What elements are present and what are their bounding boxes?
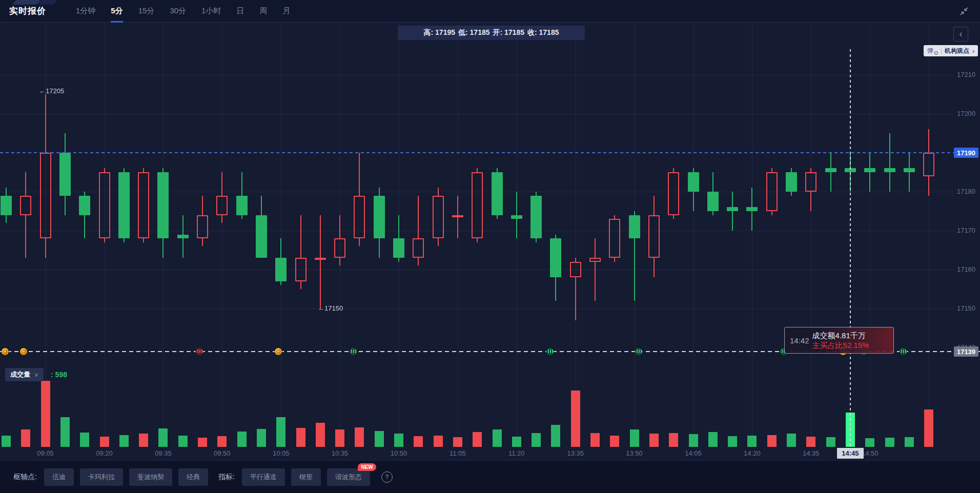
indicator-button-楔形[interactable]: 楔形	[291, 468, 321, 486]
candle-wick	[555, 277, 556, 301]
volume-bar	[649, 434, 659, 447]
candle-wick	[320, 259, 321, 309]
candle-wick	[477, 238, 478, 242]
volume-bar	[924, 409, 933, 447]
candle-wick	[25, 172, 26, 196]
volume-bar	[355, 427, 364, 447]
candle	[295, 258, 307, 281]
tab-1小时[interactable]: 1小时	[201, 0, 221, 23]
candle-wick	[202, 238, 203, 246]
candle-wick	[654, 196, 655, 215]
resize-icon[interactable]	[959, 7, 969, 18]
event-marker-gold-icon[interactable]	[275, 348, 282, 355]
candle-wick	[339, 258, 340, 265]
candle	[648, 215, 660, 258]
candle-wick	[869, 153, 870, 168]
candle	[79, 196, 90, 215]
tab-15分[interactable]: 15分	[138, 0, 155, 23]
event-marker-green-icon[interactable]	[900, 348, 907, 355]
indicator-button-谐波形态[interactable]: 谐波形态NEW	[327, 468, 370, 486]
candle	[492, 172, 503, 215]
candle	[884, 168, 895, 172]
danmu-toggle[interactable]: 弹	[927, 47, 933, 55]
crosshair-tooltip: 14:42 成交额4.81千万 主买占比52.15%	[784, 327, 894, 354]
candle	[629, 215, 640, 239]
volume-bar	[434, 436, 443, 447]
candle	[433, 196, 444, 239]
candle	[472, 172, 483, 238]
volume-bar	[276, 417, 285, 447]
event-marker-red-icon[interactable]	[196, 348, 203, 355]
time-axis-label: 14:05	[678, 449, 709, 457]
time-axis-label: 09:20	[89, 449, 120, 457]
tab-日[interactable]: 日	[236, 0, 244, 23]
candle-wick	[673, 215, 674, 219]
candle	[99, 172, 110, 238]
event-marker-green-icon[interactable]	[635, 348, 642, 355]
event-marker-gold-icon[interactable]	[20, 348, 27, 355]
candle-wick	[379, 188, 380, 195]
candle	[452, 215, 463, 217]
candle-wick	[339, 215, 340, 239]
candle-wick	[104, 238, 105, 242]
candle-wick	[241, 172, 242, 196]
institution-view-button[interactable]: 弹 机构观点 ›	[924, 45, 978, 56]
gridline-horizontal	[0, 114, 953, 114]
volume-bar	[335, 429, 344, 447]
ohlc-part: 高: 17195	[424, 28, 455, 37]
volume-bar	[158, 428, 168, 447]
volume-indicator-dropdown[interactable]: 成交量 ∨	[5, 368, 44, 381]
candle-wick	[693, 192, 694, 211]
candle-wick	[634, 238, 635, 301]
help-icon[interactable]: ?	[381, 471, 393, 483]
pivot-button-伍迪[interactable]: 伍迪	[44, 468, 74, 486]
event-marker-green-icon[interactable]	[546, 348, 554, 355]
candle	[707, 192, 719, 211]
candle-wick	[300, 215, 301, 258]
time-axis-label: 10:50	[383, 449, 414, 457]
candle-wick	[909, 153, 910, 168]
collapse-panel-button[interactable]: ‹	[953, 27, 968, 42]
indicator-button-平行通道[interactable]: 平行通道	[242, 468, 285, 486]
candle-wick	[162, 238, 164, 258]
candle	[786, 172, 797, 192]
candle-wick	[536, 238, 537, 242]
candle-wick	[791, 192, 792, 196]
candle-wick	[418, 258, 419, 265]
ohlc-part: 低: 17185	[458, 28, 489, 37]
candle	[177, 235, 189, 239]
candle-wick	[712, 172, 713, 192]
pivot-button-卡玛利拉[interactable]: 卡玛利拉	[80, 468, 123, 486]
candle	[354, 196, 365, 239]
volume-bar	[532, 433, 541, 447]
gridline-vertical	[576, 23, 576, 447]
price-axis-label: 17210	[953, 71, 979, 78]
candle	[40, 153, 51, 238]
candle-wick	[928, 176, 929, 196]
tab-5分[interactable]: 5分	[111, 0, 122, 23]
candle-wick	[438, 188, 439, 195]
event-marker-gold-icon[interactable]	[2, 348, 9, 355]
pivot-button-斐波纳契[interactable]: 斐波纳契	[129, 468, 172, 486]
candle-wick	[359, 153, 360, 196]
gridline-horizontal	[0, 270, 953, 270]
volume-bar	[885, 438, 894, 447]
tab-30分[interactable]: 30分	[170, 0, 186, 23]
candle-wick	[889, 172, 890, 192]
candle-wick	[771, 211, 772, 215]
candle	[589, 258, 601, 262]
volume-indicator-label: 成交量	[10, 370, 30, 379]
pivot-button-经典[interactable]: 经典	[178, 468, 208, 486]
time-axis-label: 10:05	[266, 449, 296, 457]
tab-月[interactable]: 月	[282, 0, 290, 23]
header-bar: 实时报价 1分钟5分15分30分1小时日周月	[0, 0, 980, 23]
volume-bar	[767, 435, 777, 447]
time-axis-label: 13:50	[619, 449, 650, 457]
candle-wick	[791, 168, 792, 172]
candle-wick	[398, 215, 399, 239]
tab-1分钟[interactable]: 1分钟	[76, 0, 95, 23]
event-marker-green-icon[interactable]	[350, 348, 357, 355]
tab-周[interactable]: 周	[259, 0, 267, 23]
chevron-down-icon: ∨	[34, 372, 38, 378]
candle-wick	[457, 196, 458, 215]
